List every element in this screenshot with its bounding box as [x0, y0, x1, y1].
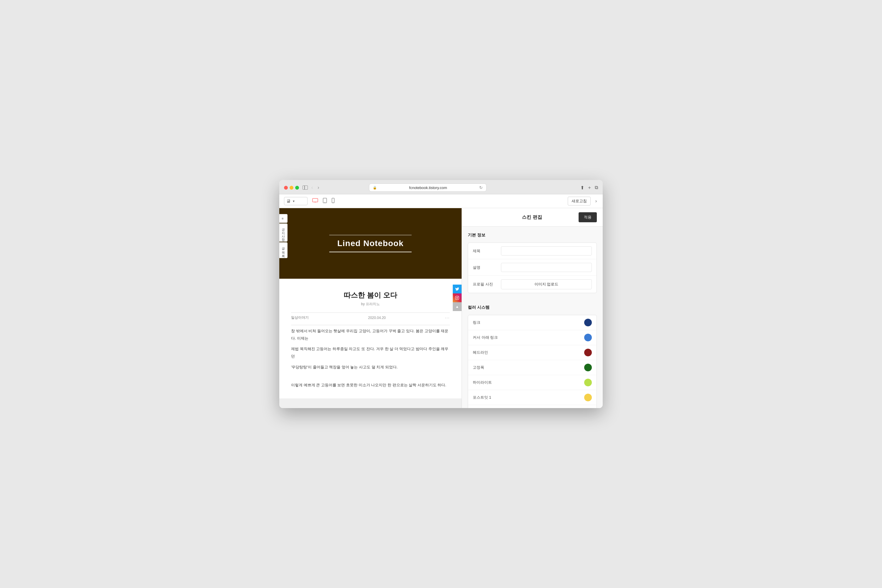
color-row: 고정폭	[468, 360, 597, 375]
header-line-bottom	[329, 252, 412, 252]
desc-label: 설명	[473, 265, 496, 270]
apply-button[interactable]: 적용	[579, 212, 597, 222]
body-paragraph-4: 이렇게 예쁘게 큰 고등어를 보면 흐뭇한 미소가 나오지만 한 편으로는 살짝…	[291, 382, 450, 389]
post-category: 일상이야기	[291, 315, 309, 320]
toolbar-view-icons	[311, 196, 336, 206]
view-select[interactable]: 글 ▼	[284, 197, 308, 205]
toolbar: 글 ▼	[279, 194, 603, 208]
browser-actions: ⬆ ＋ ⧉	[580, 184, 598, 191]
title-label: 제목	[473, 248, 496, 254]
instagram-share-button[interactable]	[453, 293, 462, 302]
basic-info-title: 기본 정보	[468, 232, 597, 238]
forward-button[interactable]: ›	[316, 184, 320, 191]
skin-editor: 스킨 편집 적용 기본 정보 제목 설명 프로필 사진	[462, 208, 603, 408]
skin-editor-title: 스킨 편집	[485, 214, 579, 220]
url-text: fcnotebook.tistory.com	[379, 186, 477, 190]
color-row: 하이라이트	[468, 375, 597, 390]
close-button[interactable]	[284, 186, 288, 190]
post-meta: 일상이야기 2020.04.20 ···	[291, 315, 450, 320]
body-paragraph-3: '우당탕탕'이 줄어들고 책장을 엎어 놓는 사고도 덜 치게 되었다.	[291, 364, 450, 371]
post-date: 2020.04.20	[368, 316, 386, 320]
svg-point-9	[458, 297, 458, 297]
preview-panel: ≡ 공지사항 글 목록 Lined Notebook 따스한 봄이 오다 by …	[279, 208, 462, 408]
desc-input[interactable]	[501, 263, 592, 272]
upload-button[interactable]: 이미지 업로드	[501, 279, 592, 289]
view-select-label: 글	[286, 198, 291, 204]
title-row: 제목	[468, 243, 597, 259]
color-label-2: 헤드라인	[473, 350, 579, 355]
post-divider	[291, 312, 450, 313]
color-label-1: 커서 아래 링크	[473, 335, 579, 340]
reload-button[interactable]: ↻	[479, 185, 483, 190]
address-bar[interactable]: 🔒 fcnotebook.tistory.com ↻	[369, 183, 487, 192]
color-row: 링크	[468, 315, 597, 330]
main-content: ≡ 공지사항 글 목록 Lined Notebook 따스한 봄이 오다 by …	[279, 208, 603, 408]
share-button[interactable]: ⬆	[580, 185, 584, 190]
tablet-view-button[interactable]	[322, 196, 328, 206]
new-tab-button[interactable]: ＋	[587, 184, 592, 191]
svg-rect-0	[312, 198, 318, 202]
basic-info-card: 제목 설명 프로필 사진 이미지 업로드	[468, 243, 597, 293]
post-options[interactable]: ···	[445, 316, 450, 320]
twitter-share-button[interactable]	[453, 285, 462, 293]
browser-titlebar: ‹ › 🔒 fcnotebook.tistory.com ↻ ⬆ ＋ ⧉	[279, 180, 603, 194]
sidebar-toggle-icon[interactable]	[303, 186, 308, 190]
color-card: 링크커서 아래 링크헤드라인고정폭하이라이트포스트잇 1포스트잇 2포스트잇 3	[468, 315, 597, 408]
header-line-top	[329, 235, 412, 236]
color-swatch-0[interactable]	[584, 319, 592, 326]
color-row: 커서 아래 링크	[468, 330, 597, 345]
post-title: 따스한 봄이 오다	[291, 285, 450, 300]
back-button[interactable]: ‹	[310, 184, 314, 191]
refresh-button[interactable]: 새로고침	[568, 196, 591, 206]
maximize-button[interactable]	[295, 186, 299, 190]
color-swatch-5[interactable]	[584, 394, 592, 401]
svg-point-4	[325, 202, 325, 202]
color-label-0: 링크	[473, 320, 579, 325]
post-author: by 프라치노	[291, 302, 450, 307]
caret-icon: ▼	[292, 200, 295, 203]
color-label-3: 고정폭	[473, 365, 579, 370]
color-swatch-2[interactable]	[584, 349, 592, 356]
lock-icon: 🔒	[373, 186, 377, 190]
profile-label: 프로필 사진	[473, 282, 496, 287]
color-row: 포스트잇 1	[468, 390, 597, 405]
body-paragraph-1: 창 밖에서 비쳐 들어오는 햇살에 우리집 고양이, 고등어가 꾸벅 졸고 있다…	[291, 327, 450, 342]
menu-icon-tab[interactable]: ≡	[279, 214, 288, 223]
profile-row: 프로필 사진 이미지 업로드	[468, 276, 597, 293]
post-divider-2	[291, 325, 450, 325]
color-label-5: 포스트잇 1	[473, 395, 579, 400]
blog-header: Lined Notebook	[279, 208, 462, 279]
mobile-view-button[interactable]	[330, 196, 336, 206]
skin-editor-header: 스킨 편집 적용	[462, 208, 603, 226]
social-buttons: ▲	[453, 285, 462, 311]
color-swatch-3[interactable]	[584, 364, 592, 371]
title-input[interactable]	[501, 246, 592, 255]
post-body: 창 밖에서 비쳐 들어오는 햇살에 우리집 고양이, 고등어가 꾸벅 졸고 있다…	[291, 327, 450, 389]
blog-content: 따스한 봄이 오다 by 프라치노 일상이야기 2020.04.20 ··· 창…	[279, 279, 462, 398]
color-row: 헤드라인	[468, 345, 597, 360]
browser-controls: ‹ ›	[303, 184, 321, 191]
scroll-top-button[interactable]: ▲	[453, 302, 462, 311]
notice-tab[interactable]: 공지사항	[279, 224, 288, 242]
sidebar-tabs: ≡ 공지사항 글 목록	[279, 214, 288, 259]
tab-overview-button[interactable]: ⧉	[595, 185, 598, 190]
expand-button[interactable]: ›	[594, 197, 598, 205]
desktop-view-button[interactable]	[311, 197, 319, 205]
color-label-4: 하이라이트	[473, 380, 579, 385]
blog-title: Lined Notebook	[337, 239, 404, 248]
color-row: 포스트잇 2	[468, 405, 597, 408]
post-list-tab[interactable]: 글 목록	[279, 242, 288, 258]
color-swatch-1[interactable]	[584, 334, 592, 341]
minimize-button[interactable]	[290, 186, 293, 190]
browser-window: ‹ › 🔒 fcnotebook.tistory.com ↻ ⬆ ＋ ⧉ 글 ▼	[279, 180, 603, 408]
post-list-tab-label: 글 목록	[282, 245, 285, 255]
body-paragraph-2: 제법 목직해진 고등어는 하루종일 자고도 또 잔다. 겨우 한 살 더 먹었다…	[291, 345, 450, 360]
svg-point-8	[457, 297, 458, 299]
traffic-lights	[284, 186, 299, 190]
menu-icon: ≡	[282, 217, 284, 220]
svg-point-6	[333, 202, 333, 202]
svg-rect-7	[455, 296, 459, 300]
desc-row: 설명	[468, 259, 597, 276]
notice-tab-label: 공지사항	[282, 226, 285, 239]
color-swatch-4[interactable]	[584, 379, 592, 386]
